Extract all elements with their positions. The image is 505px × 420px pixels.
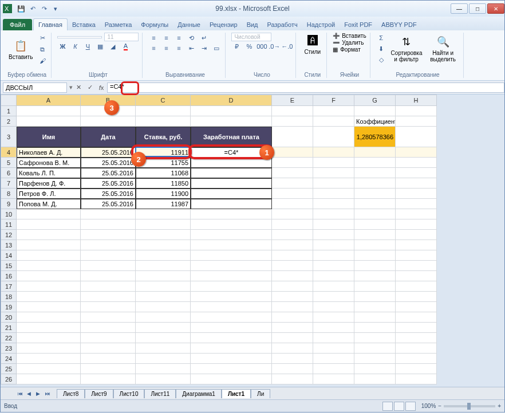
col-header-D[interactable]: D	[191, 95, 272, 106]
cell-D26[interactable]	[191, 374, 272, 384]
cell-D12[interactable]	[191, 230, 272, 240]
cell-G14[interactable]	[354, 250, 396, 261]
sort-filter-button[interactable]: ⇅Сортировка и фильтр	[389, 34, 424, 64]
cell-G1[interactable]	[354, 106, 396, 116]
cells-delete-button[interactable]: ➖Удалить	[333, 40, 366, 46]
cell-H5[interactable]	[396, 158, 437, 168]
cell-G16[interactable]	[354, 271, 396, 281]
tab-home[interactable]: Главная	[33, 18, 68, 30]
row-header-19[interactable]: 19	[1, 302, 17, 312]
cell-B3[interactable]: Дата	[81, 127, 136, 147]
cell-B10[interactable]	[81, 209, 136, 219]
cell-A10[interactable]	[17, 209, 81, 219]
find-select-button[interactable]: 🔍Найти и выделить	[427, 34, 460, 64]
cell-A21[interactable]	[17, 323, 81, 333]
formula-input[interactable]: =C4*	[107, 83, 504, 93]
tab-prev-icon[interactable]: ◀	[27, 391, 35, 397]
currency-icon[interactable]: ₽	[231, 41, 242, 52]
cells-format-button[interactable]: ▦Формат	[333, 46, 366, 53]
undo-icon[interactable]: ↶	[28, 4, 37, 13]
cell-A22[interactable]	[17, 333, 81, 343]
row-header-4[interactable]: 4	[1, 147, 17, 158]
insert-function-icon[interactable]: fx	[96, 83, 107, 93]
row-header-25[interactable]: 25	[1, 364, 17, 374]
cell-A17[interactable]	[17, 281, 81, 292]
cell-D6[interactable]	[191, 168, 272, 178]
cell-F13[interactable]	[313, 240, 354, 250]
cell-E21[interactable]	[272, 323, 313, 333]
cell-E1[interactable]	[272, 106, 313, 116]
cell-G7[interactable]	[354, 178, 396, 189]
cell-E18[interactable]	[272, 292, 313, 302]
cell-E13[interactable]	[272, 240, 313, 250]
cell-F3[interactable]	[313, 127, 354, 147]
cell-D21[interactable]	[191, 323, 272, 333]
font-size-select[interactable]: 11	[104, 33, 139, 41]
cell-D10[interactable]	[191, 209, 272, 219]
sheet-tab-Лист1[interactable]: Лист1	[222, 389, 251, 398]
cell-E26[interactable]	[272, 374, 313, 384]
row-header-6[interactable]: 6	[1, 168, 17, 178]
indent-inc-icon[interactable]: ⇥	[199, 43, 209, 53]
cell-F25[interactable]	[313, 364, 354, 374]
cell-H18[interactable]	[396, 292, 437, 302]
row-header-15[interactable]: 15	[1, 261, 17, 271]
view-normal-icon[interactable]	[382, 402, 393, 411]
dec-decimal-icon[interactable]: ←.0	[282, 41, 292, 52]
cell-A12[interactable]	[17, 230, 81, 240]
cell-B21[interactable]	[81, 323, 136, 333]
cell-G12[interactable]	[354, 230, 396, 240]
cell-A2[interactable]	[17, 116, 81, 127]
cell-C16[interactable]	[136, 271, 191, 281]
row-header-8[interactable]: 8	[1, 189, 17, 199]
cell-D8[interactable]	[191, 189, 272, 199]
tab-first-icon[interactable]: ⏮	[18, 391, 26, 397]
cell-D17[interactable]	[191, 281, 272, 292]
fill-icon[interactable]: ⬇	[376, 44, 386, 54]
cell-H4[interactable]	[396, 147, 437, 158]
cell-G6[interactable]	[354, 168, 396, 178]
cell-F22[interactable]	[313, 333, 354, 343]
cell-D3[interactable]: Заработная плата	[191, 127, 272, 147]
col-header-C[interactable]: C	[136, 95, 191, 106]
cell-H24[interactable]	[396, 354, 437, 364]
align-mid-icon[interactable]: ≡	[161, 33, 171, 43]
tab-formulas[interactable]: Формулы	[136, 19, 173, 30]
sheet-tab-Лист9[interactable]: Лист9	[85, 389, 113, 398]
cell-D15[interactable]	[191, 261, 272, 271]
cell-F10[interactable]	[313, 209, 354, 219]
cell-C18[interactable]	[136, 292, 191, 302]
cell-D11[interactable]	[191, 219, 272, 230]
percent-icon[interactable]: %	[244, 41, 254, 52]
cell-H13[interactable]	[396, 240, 437, 250]
tab-next-icon[interactable]: ▶	[36, 391, 44, 397]
sheet-tab-Диаграмма1[interactable]: Диаграмма1	[176, 389, 222, 398]
zoom-in-button[interactable]: +	[498, 403, 501, 409]
cell-D5[interactable]	[191, 158, 272, 168]
cell-D18[interactable]	[191, 292, 272, 302]
cell-B23[interactable]	[81, 343, 136, 354]
tab-addins[interactable]: Надстрой	[302, 19, 340, 30]
tab-last-icon[interactable]: ⏭	[45, 391, 53, 397]
cell-B24[interactable]	[81, 354, 136, 364]
cell-C24[interactable]	[136, 354, 191, 364]
cell-C7[interactable]: 11850	[136, 178, 191, 189]
cell-A24[interactable]	[17, 354, 81, 364]
tab-review[interactable]: Рецензир	[205, 19, 242, 30]
minimize-button[interactable]: —	[451, 3, 468, 14]
cell-D14[interactable]	[191, 250, 272, 261]
cell-A20[interactable]	[17, 312, 81, 323]
cell-E16[interactable]	[272, 271, 313, 281]
thousands-icon[interactable]: 000	[257, 41, 267, 52]
cell-C17[interactable]	[136, 281, 191, 292]
cell-E2[interactable]	[272, 116, 313, 127]
cell-E10[interactable]	[272, 209, 313, 219]
font-color-icon[interactable]: A	[120, 41, 131, 52]
row-header-11[interactable]: 11	[1, 219, 17, 230]
cell-G9[interactable]	[354, 199, 396, 209]
cell-G21[interactable]	[354, 323, 396, 333]
cell-D1[interactable]	[191, 106, 272, 116]
cell-H23[interactable]	[396, 343, 437, 354]
orientation-icon[interactable]: ⟲	[186, 33, 196, 43]
merge-icon[interactable]: ▭	[211, 43, 222, 53]
